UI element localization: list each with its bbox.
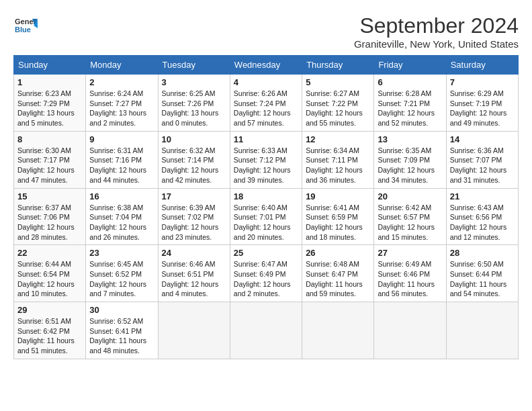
calendar-cell bbox=[374, 302, 446, 359]
day-number: 5 bbox=[306, 77, 370, 87]
day-info: Sunrise: 6:42 AMSunset: 6:57 PMDaylight:… bbox=[378, 203, 442, 242]
calendar-cell: 5Sunrise: 6:27 AMSunset: 7:22 PMDaylight… bbox=[302, 75, 374, 132]
day-info: Sunrise: 6:40 AMSunset: 7:01 PMDaylight:… bbox=[234, 203, 298, 242]
calendar-title: September 2024 bbox=[354, 13, 519, 38]
day-number: 28 bbox=[450, 248, 515, 258]
day-info: Sunrise: 6:35 AMSunset: 7:09 PMDaylight:… bbox=[378, 146, 442, 185]
calendar-cell: 1Sunrise: 6:23 AMSunset: 7:29 PMDaylight… bbox=[14, 75, 86, 132]
day-number: 19 bbox=[306, 191, 370, 201]
title-block: September 2024 Graniteville, New York, U… bbox=[354, 13, 519, 50]
calendar-cell: 12Sunrise: 6:34 AMSunset: 7:11 PMDayligh… bbox=[302, 131, 374, 188]
day-number: 11 bbox=[234, 134, 298, 144]
calendar-cell: 14Sunrise: 6:36 AMSunset: 7:07 PMDayligh… bbox=[446, 131, 518, 188]
weekday-header-thursday: Thursday bbox=[302, 56, 374, 75]
calendar-cell: 24Sunrise: 6:46 AMSunset: 6:51 PMDayligh… bbox=[158, 245, 230, 302]
svg-text:Blue: Blue bbox=[15, 26, 31, 34]
calendar-subtitle: Graniteville, New York, United States bbox=[354, 38, 519, 50]
calendar-cell: 11Sunrise: 6:33 AMSunset: 7:12 PMDayligh… bbox=[230, 131, 302, 188]
calendar-week-4: 22Sunrise: 6:44 AMSunset: 6:54 PMDayligh… bbox=[14, 245, 519, 302]
calendar-cell: 6Sunrise: 6:28 AMSunset: 7:21 PMDaylight… bbox=[374, 75, 446, 132]
logo-icon: General Blue bbox=[13, 13, 38, 38]
day-info: Sunrise: 6:30 AMSunset: 7:17 PMDaylight:… bbox=[17, 146, 82, 185]
day-number: 10 bbox=[162, 134, 226, 144]
day-number: 29 bbox=[17, 305, 82, 315]
day-number: 30 bbox=[89, 305, 154, 315]
day-info: Sunrise: 6:25 AMSunset: 7:26 PMDaylight:… bbox=[162, 89, 226, 128]
calendar-week-3: 15Sunrise: 6:37 AMSunset: 7:06 PMDayligh… bbox=[14, 188, 519, 245]
day-number: 27 bbox=[378, 248, 442, 258]
calendar-week-1: 1Sunrise: 6:23 AMSunset: 7:29 PMDaylight… bbox=[14, 75, 519, 132]
calendar-cell: 4Sunrise: 6:26 AMSunset: 7:24 PMDaylight… bbox=[230, 75, 302, 132]
day-number: 8 bbox=[17, 134, 82, 144]
day-info: Sunrise: 6:38 AMSunset: 7:04 PMDaylight:… bbox=[89, 203, 154, 242]
day-number: 21 bbox=[450, 191, 515, 201]
calendar-cell: 17Sunrise: 6:39 AMSunset: 7:02 PMDayligh… bbox=[158, 188, 230, 245]
weekday-header-wednesday: Wednesday bbox=[230, 56, 302, 75]
day-info: Sunrise: 6:41 AMSunset: 6:59 PMDaylight:… bbox=[306, 203, 370, 242]
day-info: Sunrise: 6:45 AMSunset: 6:52 PMDaylight:… bbox=[89, 259, 154, 299]
weekday-header-saturday: Saturday bbox=[446, 56, 518, 75]
calendar-week-2: 8Sunrise: 6:30 AMSunset: 7:17 PMDaylight… bbox=[14, 131, 519, 188]
day-number: 4 bbox=[234, 77, 298, 87]
day-number: 25 bbox=[234, 248, 298, 258]
weekday-header-monday: Monday bbox=[86, 56, 158, 75]
calendar-cell: 28Sunrise: 6:50 AMSunset: 6:44 PMDayligh… bbox=[446, 245, 518, 302]
day-info: Sunrise: 6:43 AMSunset: 6:56 PMDaylight:… bbox=[450, 203, 515, 242]
calendar-cell: 2Sunrise: 6:24 AMSunset: 7:27 PMDaylight… bbox=[86, 75, 158, 132]
day-number: 24 bbox=[162, 248, 226, 258]
day-number: 23 bbox=[89, 248, 154, 258]
day-info: Sunrise: 6:48 AMSunset: 6:47 PMDaylight:… bbox=[306, 259, 370, 299]
calendar-cell: 18Sunrise: 6:40 AMSunset: 7:01 PMDayligh… bbox=[230, 188, 302, 245]
day-number: 2 bbox=[89, 77, 154, 87]
calendar-cell: 21Sunrise: 6:43 AMSunset: 6:56 PMDayligh… bbox=[446, 188, 518, 245]
calendar-cell: 7Sunrise: 6:29 AMSunset: 7:19 PMDaylight… bbox=[446, 75, 518, 132]
day-info: Sunrise: 6:36 AMSunset: 7:07 PMDaylight:… bbox=[450, 146, 515, 185]
weekday-header-sunday: Sunday bbox=[14, 56, 86, 75]
day-info: Sunrise: 6:46 AMSunset: 6:51 PMDaylight:… bbox=[162, 259, 226, 299]
calendar-cell: 20Sunrise: 6:42 AMSunset: 6:57 PMDayligh… bbox=[374, 188, 446, 245]
calendar-table: SundayMondayTuesdayWednesdayThursdayFrid… bbox=[13, 55, 519, 359]
calendar-week-5: 29Sunrise: 6:51 AMSunset: 6:42 PMDayligh… bbox=[14, 302, 519, 359]
day-number: 13 bbox=[378, 134, 442, 144]
calendar-cell: 3Sunrise: 6:25 AMSunset: 7:26 PMDaylight… bbox=[158, 75, 230, 132]
day-number: 18 bbox=[234, 191, 298, 201]
calendar-cell bbox=[158, 302, 230, 359]
day-info: Sunrise: 6:28 AMSunset: 7:21 PMDaylight:… bbox=[378, 89, 442, 128]
day-number: 17 bbox=[162, 191, 226, 201]
calendar-cell: 23Sunrise: 6:45 AMSunset: 6:52 PMDayligh… bbox=[86, 245, 158, 302]
day-number: 3 bbox=[162, 77, 226, 87]
weekday-header-friday: Friday bbox=[374, 56, 446, 75]
day-info: Sunrise: 6:52 AMSunset: 6:41 PMDaylight:… bbox=[89, 316, 154, 356]
calendar-cell bbox=[302, 302, 374, 359]
day-number: 15 bbox=[17, 191, 82, 201]
day-info: Sunrise: 6:33 AMSunset: 7:12 PMDaylight:… bbox=[234, 146, 298, 185]
day-info: Sunrise: 6:31 AMSunset: 7:16 PMDaylight:… bbox=[89, 146, 154, 185]
calendar-cell: 16Sunrise: 6:38 AMSunset: 7:04 PMDayligh… bbox=[86, 188, 158, 245]
day-info: Sunrise: 6:32 AMSunset: 7:14 PMDaylight:… bbox=[162, 146, 226, 185]
calendar-cell: 29Sunrise: 6:51 AMSunset: 6:42 PMDayligh… bbox=[14, 302, 86, 359]
weekday-header-tuesday: Tuesday bbox=[158, 56, 230, 75]
day-number: 1 bbox=[17, 77, 82, 87]
logo: General Blue bbox=[13, 13, 38, 38]
day-number: 20 bbox=[378, 191, 442, 201]
calendar-header: SundayMondayTuesdayWednesdayThursdayFrid… bbox=[14, 56, 519, 75]
day-number: 16 bbox=[89, 191, 154, 201]
calendar-cell bbox=[230, 302, 302, 359]
calendar-cell bbox=[446, 302, 518, 359]
day-info: Sunrise: 6:37 AMSunset: 7:06 PMDaylight:… bbox=[17, 203, 82, 242]
day-number: 14 bbox=[450, 134, 515, 144]
calendar-cell: 15Sunrise: 6:37 AMSunset: 7:06 PMDayligh… bbox=[14, 188, 86, 245]
calendar-cell: 30Sunrise: 6:52 AMSunset: 6:41 PMDayligh… bbox=[86, 302, 158, 359]
day-info: Sunrise: 6:39 AMSunset: 7:02 PMDaylight:… bbox=[162, 203, 226, 242]
day-info: Sunrise: 6:27 AMSunset: 7:22 PMDaylight:… bbox=[306, 89, 370, 128]
day-info: Sunrise: 6:34 AMSunset: 7:11 PMDaylight:… bbox=[306, 146, 370, 185]
day-info: Sunrise: 6:23 AMSunset: 7:29 PMDaylight:… bbox=[17, 89, 82, 128]
calendar-cell: 9Sunrise: 6:31 AMSunset: 7:16 PMDaylight… bbox=[86, 131, 158, 188]
calendar-cell: 22Sunrise: 6:44 AMSunset: 6:54 PMDayligh… bbox=[14, 245, 86, 302]
calendar-cell: 26Sunrise: 6:48 AMSunset: 6:47 PMDayligh… bbox=[302, 245, 374, 302]
day-number: 9 bbox=[89, 134, 154, 144]
day-info: Sunrise: 6:26 AMSunset: 7:24 PMDaylight:… bbox=[234, 89, 298, 128]
page-header: General Blue September 2024 Graniteville… bbox=[13, 13, 519, 50]
day-number: 26 bbox=[306, 248, 370, 258]
calendar-cell: 25Sunrise: 6:47 AMSunset: 6:49 PMDayligh… bbox=[230, 245, 302, 302]
